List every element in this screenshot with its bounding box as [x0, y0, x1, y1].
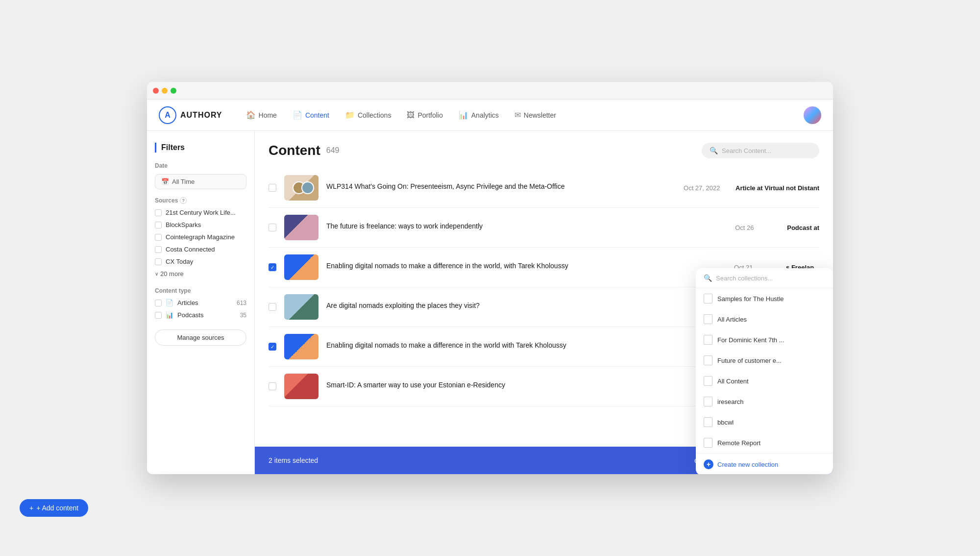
search-bar[interactable]: 🔍 Search Content...: [702, 143, 819, 158]
podcasts-count: 35: [240, 312, 246, 319]
item-thumbnail-6: [284, 374, 318, 399]
collection-icon: [704, 438, 712, 448]
filters-title: Filters: [161, 143, 185, 152]
dropdown-item-all-content[interactable]: All Content: [696, 371, 833, 391]
source-item: 21st Century Work Life...: [155, 209, 246, 216]
date-filter-label: All Time: [172, 178, 195, 185]
source-checkbox-4[interactable]: [155, 246, 162, 253]
content-header: Content 649 🔍 Search Content...: [269, 143, 819, 158]
nav-analytics-label: Analytics: [471, 111, 499, 119]
dropdown-item-samples[interactable]: Samples for The Hustle: [696, 288, 833, 309]
collection-dropdown: 🔍 Search collections... Samples for The …: [696, 268, 833, 474]
page-title: Content: [269, 143, 320, 158]
nav-newsletter-label: Newsletter: [524, 111, 556, 119]
nav-content[interactable]: 📄 Content: [293, 110, 329, 120]
source-checkbox-3[interactable]: [155, 234, 162, 241]
source-label-5: CX Today: [166, 258, 193, 265]
navbar: A AUTHORY 🏠 Home 📄 Content 📁 Collections…: [147, 100, 833, 131]
nav-collections[interactable]: 📁 Collections: [345, 110, 391, 120]
source-label-3: Cointelegraph Magazine: [166, 233, 235, 241]
logo-text: AUTHORY: [180, 111, 222, 120]
source-checkbox-5[interactable]: [155, 258, 162, 265]
collection-icon: [704, 355, 712, 365]
nav-home[interactable]: 🏠 Home: [246, 110, 277, 120]
dropdown-label-5: All Content: [717, 378, 749, 385]
maximize-dot[interactable]: [171, 88, 176, 94]
content-area: Content 649 🔍 Search Content...: [255, 131, 833, 474]
source-checkbox-2[interactable]: [155, 222, 162, 228]
item-checkbox-5[interactable]: [269, 343, 276, 351]
item-date-1: Oct 27, 2022: [684, 184, 728, 192]
item-title-2: The future is freelance: ways to work in…: [326, 222, 727, 231]
collection-icon: [704, 397, 712, 406]
sources-label-text: Sources: [155, 197, 178, 204]
dropdown-label-1: Samples for The Hustle: [717, 295, 784, 303]
source-label-2: BlockSparks: [166, 221, 201, 228]
minimize-dot[interactable]: [162, 88, 168, 94]
dropdown-label-7: bbcwl: [717, 419, 734, 426]
nav-home-label: Home: [259, 111, 277, 119]
dropdown-item-future-customer[interactable]: Future of customer e...: [696, 350, 833, 371]
collection-icon: [704, 294, 712, 303]
content-type-articles: 📄 Articles 613: [155, 299, 246, 306]
sources-list: 21st Century Work Life... BlockSparks Co…: [155, 209, 246, 265]
date-filter-button[interactable]: 📅 All Time: [155, 174, 246, 189]
list-item: WLP314 What's Going On: Presenteeism, As…: [269, 168, 819, 208]
item-checkbox-4[interactable]: [269, 303, 276, 311]
source-checkbox-1[interactable]: [155, 209, 162, 216]
item-info-6: Smart-ID: A smarter way to use your Esto…: [326, 380, 760, 392]
podcasts-checkbox[interactable]: [155, 312, 162, 319]
item-source-1: Article at Virtual not Distant: [735, 184, 819, 192]
create-new-label: Create new collection: [717, 461, 778, 468]
show-more-label: 20 more: [160, 270, 184, 278]
item-info-3: Enabling digital nomads to make a differ…: [326, 261, 726, 273]
nav-links: 🏠 Home 📄 Content 📁 Collections 🖼 Portfol…: [246, 110, 804, 120]
item-thumbnail-4: [284, 294, 318, 320]
nav-portfolio-label: Portfolio: [417, 111, 442, 119]
nav-portfolio[interactable]: 🖼 Portfolio: [407, 111, 442, 120]
manage-sources-button[interactable]: Manage sources: [155, 329, 246, 346]
articles-icon: 📄: [166, 299, 173, 306]
dropdown-item-iresearch[interactable]: iresearch: [696, 391, 833, 412]
window-controls: [153, 88, 176, 94]
dropdown-search-bar[interactable]: 🔍 Search collections...: [696, 268, 833, 288]
item-thumbnail-1: [284, 175, 318, 201]
item-checkbox-6[interactable]: [269, 382, 276, 390]
source-item: BlockSparks: [155, 221, 246, 228]
avatar[interactable]: [804, 106, 821, 124]
item-checkbox-2[interactable]: [269, 224, 276, 231]
logo[interactable]: A AUTHORY: [159, 106, 222, 124]
dropdown-item-remote-report[interactable]: Remote Report: [696, 432, 833, 453]
dropdown-item-all-articles[interactable]: All Articles: [696, 309, 833, 329]
dropdown-item-dominic[interactable]: For Dominic Kent 7th ...: [696, 329, 833, 350]
item-info-4: Are digital nomads exploiting the places…: [326, 301, 735, 313]
portfolio-icon: 🖼: [407, 111, 415, 120]
show-more-button[interactable]: ∨ 20 more: [155, 270, 246, 278]
item-info-1: WLP314 What's Going On: Presenteeism, As…: [326, 182, 676, 194]
collection-icon: [704, 376, 712, 386]
close-dot[interactable]: [153, 88, 159, 94]
item-source-2: Podcast at: [787, 224, 819, 231]
create-new-collection-button[interactable]: + Create new collection: [696, 454, 833, 474]
articles-count: 613: [237, 300, 246, 306]
item-title-5: Enabling digital nomads to make a differ…: [326, 341, 760, 351]
item-checkbox-1[interactable]: [269, 184, 276, 192]
content-title-group: Content 649: [269, 143, 339, 158]
nav-newsletter[interactable]: ✉ Newsletter: [514, 110, 556, 120]
selection-count: 2 items selected: [269, 456, 318, 464]
collection-icon: [704, 314, 712, 324]
articles-checkbox[interactable]: [155, 300, 162, 306]
nav-analytics[interactable]: 📊 Analytics: [459, 110, 499, 120]
dropdown-items-list: Samples for The Hustle All Articles For …: [696, 288, 833, 453]
item-checkbox-3[interactable]: [269, 263, 276, 271]
item-thumbnail-2: [284, 215, 318, 240]
collection-icon: [704, 417, 712, 427]
item-title-6: Smart-ID: A smarter way to use your Esto…: [326, 380, 760, 390]
dropdown-item-bbcwl[interactable]: bbcwl: [696, 412, 833, 432]
source-label-4: Costa Connected: [166, 246, 215, 253]
sidebar: Filters Date 📅 All Time Sources ? 21st C…: [147, 131, 255, 474]
source-label-1: 21st Century Work Life...: [166, 209, 236, 216]
item-title-1: WLP314 What's Going On: Presenteeism, As…: [326, 182, 676, 192]
source-item: Costa Connected: [155, 246, 246, 253]
item-info-5: Enabling digital nomads to make a differ…: [326, 341, 760, 353]
